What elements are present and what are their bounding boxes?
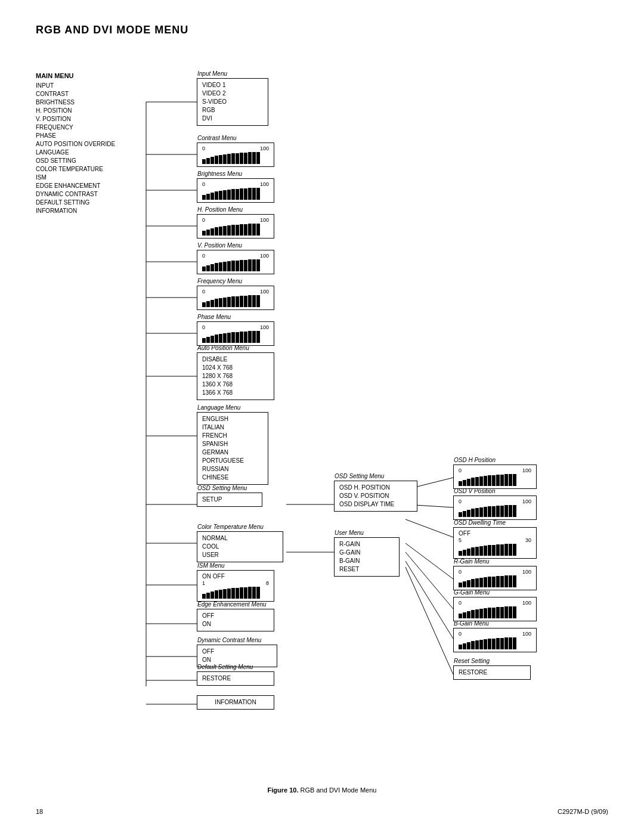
menu-item-phase: PHASE bbox=[36, 132, 146, 140]
reset-setting-box: Reset Setting RESTORE bbox=[453, 665, 531, 680]
osd-h-position-slider-title: OSD H Position bbox=[454, 457, 496, 463]
brightness-slider-title: Brightness Menu bbox=[197, 171, 242, 177]
user-menu-title: User Menu bbox=[335, 529, 364, 536]
language-menu-title: Language Menu bbox=[197, 404, 240, 411]
figure-caption-label: Figure 10. bbox=[268, 786, 299, 794]
edge-enhancement-menu-title: Edge Enhancement Menu bbox=[197, 601, 267, 608]
default-setting-menu-title: Default Setting Menu bbox=[197, 664, 253, 670]
svg-line-24 bbox=[405, 561, 453, 639]
edge-enhancement-menu-box: Edge Enhancement Menu OFF ON bbox=[197, 609, 274, 631]
g-gain-bar bbox=[459, 606, 531, 618]
menu-item-input: INPUT bbox=[36, 82, 146, 90]
h-position-slider-title: H. Position Menu bbox=[197, 206, 243, 213]
svg-line-25 bbox=[405, 567, 453, 674]
menu-item-edge-enhancement: EDGE ENHANCEMENT bbox=[36, 182, 146, 190]
figure-caption-text: RGB and DVI Mode Menu bbox=[301, 786, 377, 794]
figure-caption: Figure 10. RGB and DVI Mode Menu bbox=[36, 786, 608, 794]
v-position-bar bbox=[202, 259, 269, 271]
input-menu-title: Input Menu bbox=[197, 70, 227, 77]
ism-bar bbox=[202, 587, 269, 599]
default-setting-menu-box: Default Setting Menu RESTORE bbox=[197, 671, 274, 686]
b-gain-slider-title: B-Gain Menu bbox=[454, 620, 489, 627]
page-title: RGB AND DVI MODE MENU bbox=[36, 24, 608, 36]
r-gain-slider-box: R-Gain Menu 0100 bbox=[453, 566, 537, 590]
ism-slider-title: ISM Menu bbox=[197, 562, 225, 569]
contrast-slider-title: Contrast Menu bbox=[197, 135, 237, 141]
menu-item-h-position: H. POSITION bbox=[36, 107, 146, 115]
menu-item-brightness: BRIGHTNESS bbox=[36, 98, 146, 107]
menu-item-osd-setting: OSD SETTING bbox=[36, 157, 146, 165]
phase-bar bbox=[202, 331, 269, 343]
v-position-slider-box: V. Position Menu 0100 bbox=[197, 250, 274, 274]
osd-setting-menu-title: OSD Setting Menu bbox=[197, 485, 247, 491]
b-gain-bar bbox=[459, 637, 531, 649]
menu-item-default-setting: DEFAULT SETTING bbox=[36, 199, 146, 207]
footer-doc-number: C2927M-D (9/09) bbox=[558, 808, 608, 815]
svg-line-23 bbox=[405, 552, 453, 609]
ism-slider-box: ISM Menu ON OFF 18 bbox=[197, 570, 274, 602]
reset-setting-title: Reset Setting bbox=[454, 658, 490, 664]
information-box: INFORMATION bbox=[197, 695, 274, 710]
frequency-slider-title: Frequency Menu bbox=[197, 278, 242, 284]
main-menu-header: MAIN MENU bbox=[36, 72, 146, 79]
osd-v-position-slider-box: OSD V Position 0100 bbox=[453, 496, 537, 520]
menu-item-information: INFORMATION bbox=[36, 207, 146, 215]
color-temperature-menu-title: Color Temperature Menu bbox=[197, 524, 264, 530]
main-menu: MAIN MENU INPUT CONTRAST BRIGHTNESS H. P… bbox=[36, 72, 146, 215]
h-position-bar bbox=[202, 224, 269, 236]
osd-v-position-slider-title: OSD V Position bbox=[454, 488, 495, 494]
brightness-slider-box: Brightness Menu 0100 bbox=[197, 178, 274, 203]
svg-line-20 bbox=[405, 519, 453, 537]
osd-dwelling-bar bbox=[459, 544, 531, 556]
v-position-slider-title: V. Position Menu bbox=[197, 242, 242, 249]
menu-item-auto-position: AUTO POSITION OVERRIDE bbox=[36, 140, 146, 148]
footer-page-number: 18 bbox=[36, 808, 43, 815]
r-gain-slider-title: R-Gain Menu bbox=[454, 558, 489, 565]
frequency-slider-box: Frequency Menu 0100 bbox=[197, 286, 274, 310]
menu-item-dynamic-contrast: DYNAMIC CONTRAST bbox=[36, 190, 146, 199]
auto-position-menu-title: Auto Position Menu bbox=[197, 345, 249, 351]
menu-item-color-temperature: COLOR TEMPERATURE bbox=[36, 165, 146, 174]
osd-setting-menu-box: OSD Setting Menu SETUP bbox=[197, 493, 262, 507]
osd-setting-sub-menu-box: OSD Setting Menu OSD H. POSITION OSD V. … bbox=[334, 481, 417, 512]
contrast-bar bbox=[202, 152, 269, 164]
menu-item-ism: ISM bbox=[36, 174, 146, 182]
g-gain-slider-title: G-Gain Menu bbox=[454, 589, 490, 596]
menu-item-contrast: CONTRAST bbox=[36, 90, 146, 98]
menu-item-frequency: FREQUENCY bbox=[36, 123, 146, 132]
language-menu-box: Language Menu ENGLISH ITALIAN FRENCH SPA… bbox=[197, 412, 268, 485]
frequency-bar bbox=[202, 295, 269, 307]
user-menu-box: User Menu R-GAIN G-GAIN B-GAIN RESET bbox=[334, 537, 400, 577]
osd-h-position-bar bbox=[459, 474, 531, 486]
phase-slider-title: Phase Menu bbox=[197, 314, 231, 320]
phase-slider-box: Phase Menu 0100 bbox=[197, 321, 274, 346]
input-menu-box: Input Menu VIDEO 1 VIDEO 2 S-VIDEO RGB D… bbox=[197, 78, 268, 126]
h-position-slider-box: H. Position Menu 0100 bbox=[197, 214, 274, 239]
b-gain-slider-box: B-Gain Menu 0100 bbox=[453, 628, 537, 652]
auto-position-menu-box: Auto Position Menu DISABLE 1024 X 768 12… bbox=[197, 352, 274, 400]
osd-v-position-bar bbox=[459, 505, 531, 517]
osd-h-position-slider-box: OSD H Position 0100 bbox=[453, 465, 537, 489]
osd-dwelling-slider-title: OSD Dwelling Time bbox=[454, 519, 506, 526]
menu-item-v-position: V. POSITION bbox=[36, 115, 146, 123]
dynamic-contrast-menu-title: Dynamic Contrast Menu bbox=[197, 637, 261, 643]
menu-item-language: LANGUAGE bbox=[36, 148, 146, 157]
contrast-slider-box: Contrast Menu 0100 bbox=[197, 143, 274, 167]
svg-line-22 bbox=[405, 543, 453, 579]
r-gain-bar bbox=[459, 575, 531, 587]
color-temperature-menu-box: Color Temperature Menu NORMAL COOL USER bbox=[197, 531, 283, 562]
g-gain-slider-box: G-Gain Menu 0100 bbox=[453, 597, 537, 621]
osd-setting-sub-menu-title: OSD Setting Menu bbox=[335, 473, 384, 479]
brightness-bar bbox=[202, 188, 269, 200]
osd-dwelling-slider-box: OSD Dwelling Time OFF 530 bbox=[453, 527, 537, 559]
